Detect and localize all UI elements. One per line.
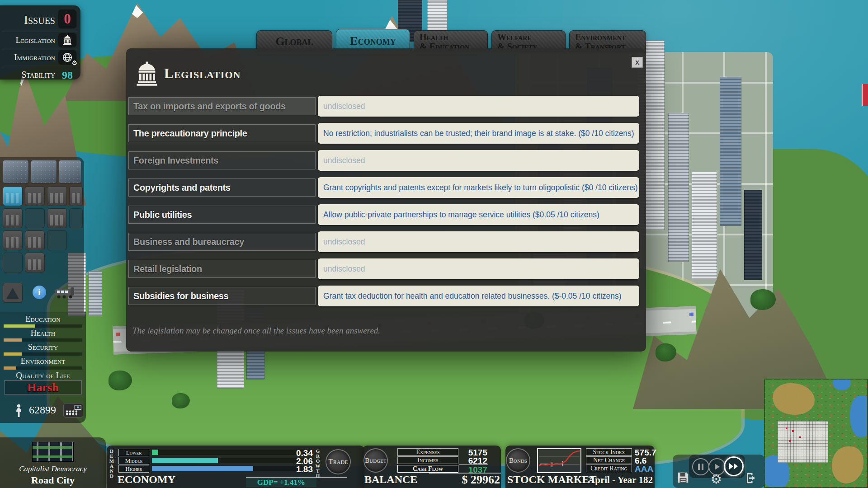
legislation-row: Public utilities Allow public-private pa… (126, 204, 646, 225)
build-tile[interactable] (3, 208, 23, 228)
tab-label: Health (420, 33, 487, 42)
legislation-row: Subsidies for business Grant tax deducti… (126, 286, 646, 306)
build-category-photo[interactable] (3, 160, 29, 183)
fast-forward-icon (729, 463, 739, 470)
bonds-button[interactable]: Bonds (506, 448, 530, 473)
build-tile[interactable] (3, 253, 23, 272)
stat-bar-fill (4, 366, 16, 370)
stat-bar-fill (4, 324, 35, 328)
build-tile[interactable] (25, 186, 45, 206)
settings-gear-button[interactable]: ⚙ (709, 472, 723, 486)
issues-count-badge[interactable]: 0 (58, 9, 77, 29)
triangle-icon (6, 288, 19, 299)
legislation-row: Business and bureaucracy undisclosed (126, 231, 646, 252)
expenses-label: Expenses (397, 448, 458, 456)
build-tile[interactable] (47, 230, 67, 250)
policy-label[interactable]: Tax on imports and exports of goods (128, 97, 316, 115)
balance-title: BALANCE (364, 474, 417, 486)
build-tile[interactable] (3, 186, 23, 206)
minimap-marker (786, 427, 788, 429)
stat-bar-security (4, 352, 82, 356)
hud-menu: Issues 0 Legislation Immigration ⚙ Stabi… (0, 5, 80, 80)
build-tile[interactable] (69, 208, 83, 228)
build-tile[interactable] (25, 253, 45, 272)
pause-button[interactable] (692, 458, 709, 475)
trade-button[interactable]: Trade (326, 449, 351, 474)
build-tile[interactable] (47, 186, 67, 206)
edge-marker (862, 84, 868, 106)
policy-value[interactable]: No restriction; industrialists can be tr… (318, 123, 639, 144)
tab-label: Global (275, 35, 313, 48)
policy-value[interactable]: undisclosed (318, 258, 639, 279)
exit-button[interactable] (743, 470, 760, 486)
menu-item-stability[interactable]: Stability (0, 70, 55, 81)
policy-value[interactable]: undisclosed (318, 231, 639, 252)
policy-label[interactable]: Public utilities (128, 206, 316, 224)
budget-panel: Budget Expenses 5175 Incomes 6212 Cash F… (363, 446, 501, 488)
stat-label-environment: Environment (0, 357, 86, 366)
train-button[interactable] (54, 286, 76, 300)
menu-item-immigration[interactable]: Immigration (0, 52, 55, 64)
quality-of-life-label: Quality of Life (0, 371, 86, 380)
legislation-row: Foreign Investments undisclosed (126, 150, 646, 171)
build-tile[interactable] (47, 208, 67, 228)
build-category-photo[interactable] (31, 160, 57, 183)
stat-bar-education (4, 324, 82, 328)
minimap[interactable] (764, 379, 868, 488)
divider (246, 477, 347, 478)
capitol-icon[interactable] (58, 33, 77, 48)
policy-label[interactable]: Subsidies for business (128, 287, 316, 305)
stat-label-health: Health (0, 328, 86, 338)
build-tile[interactable] (25, 208, 45, 228)
demand-axis-label: DEMAND (108, 448, 114, 479)
policy-value[interactable]: undisclosed (318, 150, 639, 171)
demographics-icon (65, 404, 82, 416)
population-bar: 62899 (0, 399, 86, 423)
save-button[interactable] (675, 469, 692, 486)
demand-label-higher: Higher (118, 465, 149, 473)
building (668, 113, 689, 262)
city-name: Road City (0, 474, 106, 486)
menu-item-issues[interactable]: Issues (0, 13, 55, 31)
policy-value[interactable]: undisclosed (318, 96, 639, 117)
stock-index-label: Stock Index (586, 448, 632, 456)
info-button[interactable]: i (33, 286, 46, 299)
stock-market-panel: Bonds Stock Index 575.7 Net Change 6.6 C… (505, 446, 655, 488)
policy-value[interactable]: Grant copyrights and patents except for … (318, 177, 639, 198)
credit-rating-value: AAA (635, 464, 655, 474)
menu-item-legislation[interactable]: Legislation (0, 35, 55, 47)
stat-bar-health (4, 338, 82, 342)
budget-button[interactable]: Budget (363, 448, 388, 473)
building (692, 172, 717, 280)
government-panel: Capitalist Democracy Road City (0, 437, 106, 488)
growth-axis-label: GROWTH (315, 448, 321, 479)
policy-value[interactable]: Grant tax deduction for health and educa… (318, 286, 639, 306)
fast-forward-button[interactable] (724, 456, 744, 476)
pause-icon (698, 463, 704, 470)
demand-value-higher: 1.83 (265, 465, 313, 474)
incomes-label: Incomes (397, 456, 458, 464)
policy-label[interactable]: Copyrights and patents (128, 178, 316, 197)
policy-label[interactable]: Business and bureaucracy (128, 233, 316, 251)
legislation-dialog: Legislation X Tax on imports and exports… (126, 48, 646, 352)
demand-label-middle: Middle (118, 457, 149, 465)
close-button[interactable]: X (632, 57, 643, 68)
minimap-water (850, 396, 868, 437)
capitol-icon (133, 60, 160, 90)
policy-label[interactable]: Retail legislation (128, 260, 316, 278)
city-flag[interactable] (32, 442, 74, 462)
policy-label[interactable]: The precautionary principle (128, 124, 316, 142)
stat-label-education: Education (0, 314, 86, 324)
policy-value[interactable]: Allow public-private partnerships to man… (318, 204, 639, 225)
build-tile[interactable] (3, 230, 23, 250)
stat-bar-fill (4, 338, 22, 342)
policy-label[interactable]: Foreign Investments (128, 151, 316, 169)
demographics-button[interactable] (63, 403, 83, 418)
build-category-photo[interactable] (59, 160, 81, 183)
globe-gear-icon[interactable]: ⚙ (58, 50, 77, 65)
net-change-label: Net Change (586, 456, 632, 464)
terrain-tool-button[interactable] (3, 283, 23, 303)
demand-bar-fill (152, 450, 158, 455)
build-tile[interactable] (69, 186, 83, 206)
build-tile[interactable] (25, 230, 45, 250)
